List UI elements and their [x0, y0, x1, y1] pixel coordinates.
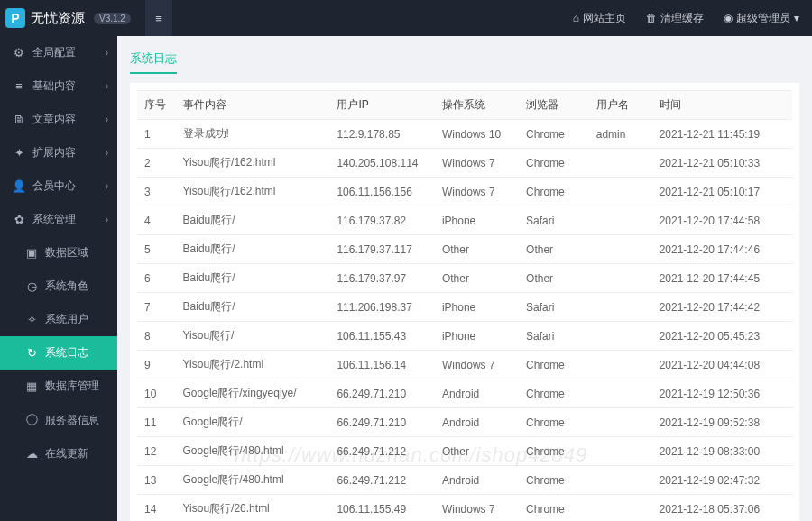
cell-browser: Chrome [519, 437, 589, 466]
sidebar-sub-3[interactable]: ↻系统日志 [0, 336, 117, 370]
sidebar-sub-5[interactable]: ⓘ服务器信息 [0, 403, 117, 437]
tab-system-log[interactable]: 系统日志 [130, 45, 177, 74]
cell-event: Baidu爬行/ [176, 264, 330, 293]
table-row: 2Yisou爬行/162.html140.205.108.114Windows … [137, 149, 792, 178]
table-header-row: 序号 事件内容 用户IP 操作系统 浏览器 用户名 时间 [137, 91, 792, 120]
table-row: 12Google爬行/480.html66.249.71.212OtherChr… [137, 437, 792, 466]
chevron-down-icon: ▾ [794, 12, 799, 24]
th-time: 时间 [652, 91, 792, 120]
cell-browser: Chrome [519, 351, 589, 379]
cell-ip: 140.205.108.114 [329, 149, 434, 178]
admin-user-menu[interactable]: ◉超级管理员 ▾ [724, 11, 799, 26]
cell-seq: 3 [137, 178, 176, 206]
cell-os: Windows 7 [435, 351, 519, 379]
cell-user [589, 351, 652, 379]
main-layout: ⚙全局配置›≡基础内容›🗎文章内容›✦扩展内容›👤会员中心›✿系统管理›▣数据区… [0, 36, 812, 521]
sidebar-sub-4[interactable]: ▦数据库管理 [0, 370, 117, 403]
cell-user [589, 178, 652, 206]
clear-cache-link[interactable]: 🗑清理缓存 [646, 11, 704, 26]
homepage-label: 网站主页 [583, 11, 626, 26]
nav-label: 在线更新 [45, 446, 88, 462]
table-row: 4Baidu爬行/116.179.37.82iPhoneSafari2021-1… [137, 206, 792, 235]
cell-os: Windows 7 [435, 495, 519, 522]
cell-os: iPhone [435, 206, 519, 235]
cell-time: 2021-12-20 05:45:23 [652, 322, 792, 351]
chevron-right-icon: › [106, 114, 107, 124]
cell-time: 2021-12-19 02:47:32 [652, 466, 792, 495]
sidebar-item-1[interactable]: ≡基础内容› [0, 69, 117, 103]
table-row: 14Yisou爬行/26.html106.11.155.49Windows 7C… [137, 495, 792, 522]
cell-user [589, 293, 652, 322]
home-icon: ⌂ [573, 12, 579, 24]
homepage-link[interactable]: ⌂网站主页 [573, 11, 626, 26]
cell-event: 登录成功! [176, 120, 330, 149]
cell-time: 2021-12-21 05:10:17 [652, 178, 792, 206]
cell-time: 2021-12-18 05:37:06 [652, 495, 792, 522]
cell-user [589, 466, 652, 495]
sidebar-sub-0[interactable]: ▣数据区域 [0, 236, 117, 270]
sidebar-item-3[interactable]: ✦扩展内容› [0, 136, 117, 169]
table-row: 3Yisou爬行/162.html106.11.156.156Windows 7… [137, 178, 792, 206]
cell-os: Other [435, 437, 519, 466]
nav-label: 全局配置 [32, 45, 76, 60]
cell-seq: 6 [137, 264, 176, 293]
cell-seq: 8 [137, 322, 176, 351]
cell-ip: 116.179.37.117 [329, 235, 434, 264]
admin-label: 超级管理员 [736, 11, 790, 26]
nav-label: 系统日志 [45, 345, 88, 361]
brand-logo: P 无忧资源 V3.1.2 [0, 8, 138, 28]
clear-cache-label: 清理缓存 [660, 11, 704, 26]
table-row: 7Baidu爬行/111.206.198.37iPhoneSafari2021-… [137, 293, 792, 322]
table-row: 1登录成功!112.9.178.85Windows 10Chromeadmin2… [137, 120, 792, 149]
main-content: 系统日志 序号 事件内容 用户IP 操作系统 浏览器 用户名 时间 1登录成功!… [117, 36, 812, 521]
cell-time: 2021-12-20 17:44:45 [652, 264, 792, 293]
cell-event: Google爬行/xingyeqiye/ [176, 379, 330, 408]
th-seq: 序号 [137, 91, 176, 120]
sidebar-toggle-button[interactable]: ≡ [145, 0, 172, 36]
table-row: 10Google爬行/xingyeqiye/66.249.71.210Andro… [137, 379, 792, 408]
nav-icon: ✧ [25, 313, 38, 326]
sidebar-sub-6[interactable]: ☁在线更新 [0, 437, 117, 471]
table-row: 6Baidu爬行/116.179.37.97OtherOther2021-12-… [137, 264, 792, 293]
cell-ip: 66.249.71.212 [329, 466, 434, 495]
cell-browser: Safari [519, 206, 589, 235]
sidebar-item-4[interactable]: 👤会员中心› [0, 169, 117, 203]
cell-os: Android [435, 379, 519, 408]
nav-label: 系统角色 [45, 279, 88, 294]
th-os: 操作系统 [435, 91, 519, 120]
chevron-right-icon: › [106, 148, 107, 158]
sidebar-item-2[interactable]: 🗎文章内容› [0, 103, 117, 136]
sidebar-item-0[interactable]: ⚙全局配置› [0, 36, 117, 69]
nav-icon: 🗎 [13, 113, 25, 126]
cell-time: 2021-12-21 11:45:19 [652, 120, 792, 149]
cell-user [589, 206, 652, 235]
nav-icon: 👤 [13, 179, 25, 193]
cell-browser: Chrome [519, 120, 589, 149]
table-row: 11Google爬行/66.249.71.210AndroidChrome202… [137, 408, 792, 437]
sidebar-sub-2[interactable]: ✧系统用户 [0, 303, 117, 336]
nav-icon: ⓘ [25, 412, 38, 428]
cell-event: Baidu爬行/ [176, 235, 330, 264]
content-tabs: 系统日志 [130, 45, 799, 74]
log-card: 序号 事件内容 用户IP 操作系统 浏览器 用户名 时间 1登录成功!112.9… [130, 83, 799, 521]
cell-browser: Safari [519, 293, 589, 322]
cell-browser: Other [519, 264, 589, 293]
cell-os: Other [435, 235, 519, 264]
sidebar-sub-1[interactable]: ◷系统角色 [0, 270, 117, 303]
nav-icon: ▦ [25, 379, 38, 393]
cell-ip: 111.206.198.37 [329, 293, 434, 322]
nav-label: 系统管理 [32, 212, 76, 227]
cell-ip: 106.11.155.43 [329, 322, 434, 351]
chevron-right-icon: › [106, 215, 107, 224]
brand-name: 无忧资源 [31, 10, 85, 27]
cell-event: Baidu爬行/ [176, 293, 330, 322]
cell-time: 2021-12-20 17:44:42 [652, 293, 792, 322]
cell-event: Yisou爬行/162.html [176, 149, 330, 178]
sidebar-item-5[interactable]: ✿系统管理› [0, 203, 117, 236]
cell-event: Yisou爬行/2.html [176, 351, 330, 379]
cell-seq: 13 [137, 466, 176, 495]
cell-user: admin [589, 120, 652, 149]
cell-time: 2021-12-19 08:33:00 [652, 437, 792, 466]
cell-browser: Chrome [519, 178, 589, 206]
table-row: 9Yisou爬行/2.html106.11.156.14Windows 7Chr… [137, 351, 792, 379]
